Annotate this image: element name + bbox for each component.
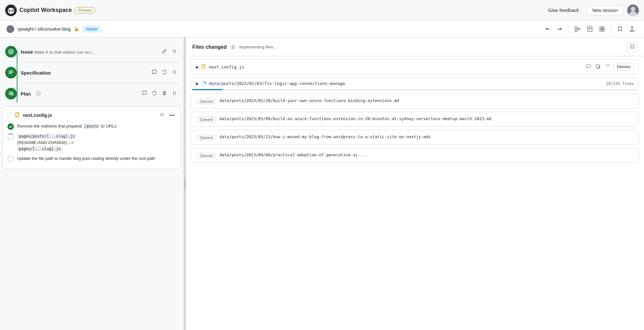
svg-point-28: [175, 52, 176, 53]
plan-delete-button[interactable]: [160, 89, 168, 98]
svg-point-35: [173, 72, 174, 72]
svg-point-4: [9, 10, 10, 11]
file-card-name: next.config.js: [23, 113, 155, 118]
grid-button[interactable]: [597, 24, 608, 34]
give-feedback-button[interactable]: Give feedback: [544, 5, 583, 15]
svg-point-23: [173, 50, 174, 50]
logo-area: Copilot Workspace Preview: [5, 5, 540, 16]
header-right: New session: [587, 5, 639, 16]
dismiss-button-next-config[interactable]: Dismiss: [613, 63, 634, 71]
preview-button[interactable]: [584, 24, 595, 34]
plan-actions: [140, 89, 178, 98]
plan-icon-circle: [5, 88, 17, 99]
svg-point-38: [175, 73, 176, 74]
new-session-button[interactable]: New session: [587, 5, 623, 15]
top-header: Copilot Workspace Preview Give feedback …: [0, 0, 644, 21]
svg-point-54: [163, 113, 164, 114]
file-change-actions-next-config: Dismiss: [584, 63, 634, 71]
task-item-3: Update the file path to handle blog post…: [7, 155, 176, 162]
svg-rect-29: [9, 71, 13, 71]
task-status-done-icon: [7, 123, 14, 130]
file-change-row-fix-logic: ▶ data/posts/2023/01/03/fix-logic-app-co…: [191, 77, 639, 90]
preview-badge: Preview: [75, 7, 96, 14]
chevron-right-icon: ▶: [196, 65, 199, 69]
file-change-header-next-config[interactable]: ▶ next.config.js: [191, 60, 639, 74]
specification-icon-circle: [5, 67, 17, 78]
specification-label: Specification: [21, 70, 51, 76]
redo-button[interactable]: [554, 24, 565, 34]
svg-point-56: [163, 114, 164, 115]
queued-file-name-4: data/posts/2023/04/04/practical-adoption…: [219, 152, 367, 158]
chevron-right-icon-2: ▶: [196, 81, 199, 86]
specification-comment-button[interactable]: [150, 68, 158, 77]
file-change-type-icon: [202, 64, 206, 70]
repo-owner-avatar: [6, 25, 14, 33]
timeline-separator-1: [21, 62, 178, 62]
task-2-file-from: pages/posts/[...slug].js: [17, 134, 76, 139]
file-tree-button[interactable]: [572, 24, 583, 34]
timeline-item-specification: Specification: [5, 64, 178, 82]
issue-sublabel: Make it so that visitors can acc...: [34, 50, 95, 55]
queued-file-name-2: data/posts/2023/03/09/build-an-azure-fun…: [219, 116, 491, 122]
svg-point-57: [161, 115, 162, 116]
svg-rect-14: [578, 28, 580, 30]
svg-rect-40: [9, 93, 13, 94]
issue-icon-circle: [5, 46, 17, 57]
file-card-next-config: next.config.js •••: [3, 107, 181, 169]
svg-rect-41: [9, 94, 12, 95]
svg-rect-39: [9, 92, 13, 92]
svg-rect-19: [600, 29, 602, 31]
svg-point-22: [10, 51, 12, 53]
files-changed-title: Files changed: [192, 44, 227, 50]
queued-file-name-3: data/posts/2023/03/23/how-i-moved-my-blo…: [219, 134, 431, 140]
svg-rect-18: [602, 27, 604, 29]
bookmark-button[interactable]: [614, 24, 625, 34]
file-change-spinner-icon: [202, 81, 206, 86]
file-change-comment-button[interactable]: [584, 63, 593, 71]
svg-point-37: [173, 73, 174, 74]
svg-point-50: [175, 94, 176, 95]
file-card-move-button[interactable]: [158, 111, 166, 119]
expand-panel-button[interactable]: [627, 43, 638, 51]
file-change-copy-button[interactable]: [594, 63, 602, 71]
progress-bar-container: [191, 89, 639, 90]
right-panel: Files changed 2 Implementing files... ▶: [186, 37, 644, 330]
plan-comment-button[interactable]: [140, 89, 148, 98]
branch-badge[interactable]: master: [82, 26, 101, 32]
queued-badge-4: Queued: [196, 153, 216, 159]
lines-info: 10/135 lines: [606, 81, 634, 86]
file-change-expand-button[interactable]: [604, 63, 612, 71]
lock-icon: 🔒: [74, 26, 79, 31]
upload-button[interactable]: [627, 24, 638, 34]
svg-rect-62: [596, 65, 599, 68]
queued-badge-2: Queued: [196, 117, 216, 122]
queued-badge-3: Queued: [196, 135, 216, 140]
toolbar-divider-2: [611, 25, 611, 33]
repo-toolbar: [542, 24, 638, 34]
file-change-header-fix-logic[interactable]: ▶ data/posts/2023/01/03/fix-logic-app-co…: [191, 78, 639, 89]
task-item-2: pages/posts/[...slug].js (RENAME-AND-CHA…: [7, 133, 176, 152]
issue-label-area: Issue Make it so that visitors can acc..…: [21, 49, 95, 55]
file-select-checkbox[interactable]: [7, 113, 13, 118]
queued-badge-1: Queued: [196, 98, 216, 104]
panel-divider-handle: [185, 177, 185, 190]
svg-rect-17: [600, 27, 602, 29]
left-panel: Issue Make it so that visitors can acc..…: [0, 37, 184, 330]
timeline: Issue Make it so that visitors can acc..…: [0, 37, 184, 103]
svg-rect-31: [9, 73, 12, 74]
svg-point-24: [175, 50, 176, 50]
specification-move-button[interactable]: [170, 68, 178, 77]
issue-edit-button[interactable]: [160, 47, 168, 56]
task-status-pending-icon: [7, 156, 14, 162]
svg-point-34: [175, 71, 176, 71]
svg-rect-12: [575, 27, 577, 28]
plan-refresh-button[interactable]: [150, 89, 158, 98]
file-card-more-button[interactable]: •••: [167, 112, 176, 119]
issue-actions: [160, 47, 178, 56]
issue-move-button[interactable]: [170, 47, 178, 56]
avatar[interactable]: [627, 5, 639, 16]
plan-move-button[interactable]: [170, 89, 178, 98]
undo-button[interactable]: [542, 24, 553, 34]
specification-refresh-button[interactable]: [160, 68, 168, 77]
queued-file-name-1: data/posts/2023/02/20/build-your-own-azu…: [219, 98, 399, 104]
